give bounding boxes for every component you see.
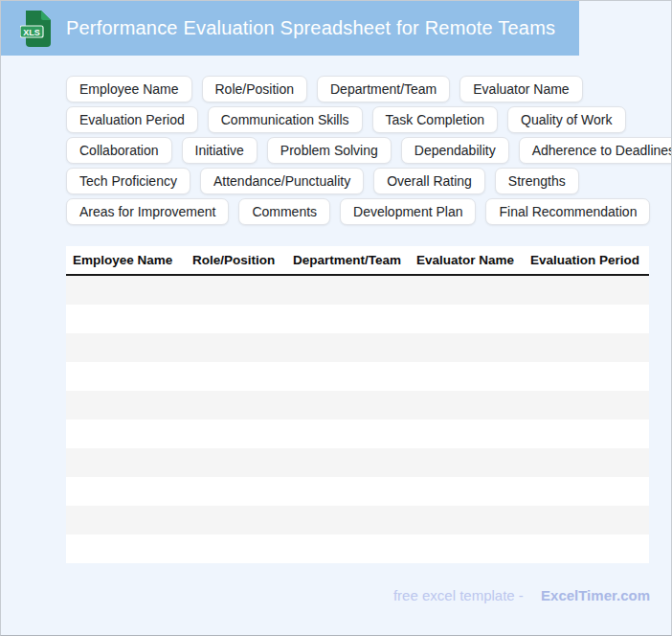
column-header-role-position: Role/Position — [192, 253, 293, 267]
page-title: Performance Evaluation Spreadsheet for R… — [66, 17, 555, 39]
chip-tech-proficiency[interactable]: Tech Proficiency — [66, 168, 190, 194]
table-row — [66, 506, 649, 534]
table-body — [66, 276, 649, 563]
table-row — [66, 333, 649, 362]
chip-comments[interactable]: Comments — [238, 198, 330, 225]
chip-strengths[interactable]: Strengths — [495, 168, 579, 194]
chip-employee-name[interactable]: Employee Name — [66, 76, 192, 102]
chip-collaboration[interactable]: Collaboration — [66, 137, 172, 164]
chip-row: Employee NameRole/PositionDepartment/Tea… — [66, 76, 667, 102]
chip-initiative[interactable]: Initiative — [182, 137, 258, 164]
xls-file-icon: XLS — [20, 11, 51, 47]
table-row — [66, 477, 649, 506]
chip-communication-skills[interactable]: Communication Skills — [208, 106, 363, 133]
table-row — [66, 362, 649, 391]
chip-role-position[interactable]: Role/Position — [202, 76, 308, 102]
header-band: XLS Performance Evaluation Spreadsheet f… — [1, 1, 579, 56]
table-row — [66, 305, 649, 333]
column-header-employee-name: Employee Name — [73, 253, 192, 267]
page: XLS Performance Evaluation Spreadsheet f… — [0, 0, 672, 636]
table-row — [66, 420, 649, 448]
chip-adherence-to-deadlines[interactable]: Adherence to Deadlines — [519, 137, 672, 164]
chip-evaluation-period[interactable]: Evaluation Period — [66, 106, 198, 133]
table-row — [66, 448, 649, 477]
chip-attendance-punctuality[interactable]: Attendance/Punctuality — [200, 168, 364, 194]
chip-areas-for-improvement[interactable]: Areas for Improvement — [66, 198, 229, 225]
chip-row: CollaborationInitiativeProblem SolvingDe… — [66, 137, 667, 164]
xls-icon-label: XLS — [23, 27, 40, 36]
chip-task-completion[interactable]: Task Completion — [372, 106, 499, 133]
table-row — [66, 391, 649, 420]
table-header-row: Employee NameRole/PositionDepartment/Tea… — [66, 246, 649, 276]
footer-brand-link[interactable]: ExcelTimer.com — [541, 587, 650, 603]
chip-development-plan[interactable]: Development Plan — [340, 198, 476, 225]
chip-quality-of-work[interactable]: Quality of Work — [507, 106, 625, 133]
chip-dependability[interactable]: Dependability — [401, 137, 509, 164]
chip-row: Evaluation PeriodCommunication SkillsTas… — [66, 106, 667, 133]
chips-area: Employee NameRole/PositionDepartment/Tea… — [66, 76, 667, 225]
chip-row: Areas for ImprovementCommentsDevelopment… — [66, 198, 667, 225]
footer-text: free excel template - — [393, 587, 524, 603]
chip-problem-solving[interactable]: Problem Solving — [267, 137, 392, 164]
table-row — [66, 534, 649, 563]
data-table: Employee NameRole/PositionDepartment/Tea… — [66, 246, 649, 563]
column-header-department-team: Department/Team — [293, 253, 416, 267]
footer: free excel template - ExcelTimer.com — [393, 587, 650, 603]
chip-overall-rating[interactable]: Overall Rating — [373, 168, 485, 194]
chip-row: Tech ProficiencyAttendance/PunctualityOv… — [66, 168, 667, 194]
chip-final-recommendation[interactable]: Final Recommendation — [485, 198, 650, 225]
chip-evaluator-name[interactable]: Evaluator Name — [459, 76, 582, 102]
table-row — [66, 276, 649, 305]
chip-department-team[interactable]: Department/Team — [317, 76, 450, 102]
column-header-evaluation-period: Evaluation Period — [530, 253, 649, 267]
column-header-evaluator-name: Evaluator Name — [416, 253, 530, 267]
